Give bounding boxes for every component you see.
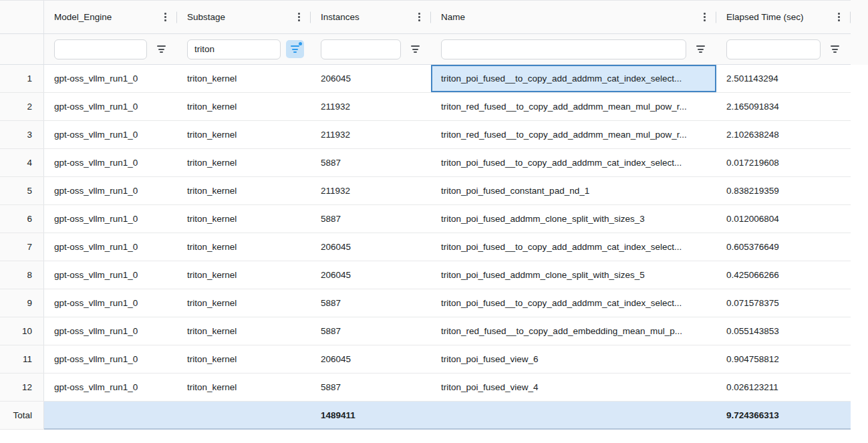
filter-cell-elapsed-time — [716, 34, 851, 64]
cell-instances[interactable]: 211932 — [311, 121, 431, 148]
cell-elapsed[interactable]: 0.017219608 — [716, 149, 851, 176]
column-header-elapsed-time[interactable]: Elapsed Time (sec) — [716, 1, 851, 33]
cell-substage[interactable]: triton_kernel — [177, 177, 311, 204]
filter-input-model-engine[interactable] — [54, 39, 147, 59]
cell-instances[interactable]: 211932 — [311, 93, 431, 120]
filter-input-name[interactable] — [441, 39, 686, 59]
column-header-model-engine[interactable]: Model_Engine — [44, 1, 177, 33]
cell-model-engine[interactable]: gpt-oss_vllm_run1_0 — [44, 233, 177, 261]
cell-name[interactable]: triton_poi_fused__to_copy_add_addmm_cat_… — [431, 65, 716, 92]
cell-elapsed[interactable]: 0.425066266 — [716, 261, 851, 289]
cell-substage[interactable]: triton_kernel — [177, 289, 311, 317]
cell-name[interactable]: triton_poi_fused__to_copy_add_addmm_cat_… — [431, 149, 716, 176]
cell-substage[interactable]: triton_kernel — [177, 345, 311, 373]
filter-cell-instances — [311, 34, 431, 64]
cell-name[interactable]: triton_red_fused__to_copy_add_addmm_mean… — [431, 93, 716, 120]
filter-button[interactable] — [406, 40, 424, 58]
cell-elapsed[interactable]: 0.055143853 — [716, 317, 851, 345]
total-name — [431, 402, 716, 428]
cell-substage[interactable]: triton_kernel — [177, 261, 311, 289]
row-number: 6 — [0, 205, 44, 233]
total-elapsed: 9.724366313 — [716, 402, 851, 428]
column-header-name[interactable]: Name — [431, 1, 716, 33]
cell-name[interactable]: triton_poi_fused_addmm_clone_split_with_… — [431, 205, 716, 233]
cell-model-engine[interactable]: gpt-oss_vllm_run1_0 — [44, 205, 177, 233]
cell-name[interactable]: triton_red_fused__to_copy_add_addmm_mean… — [431, 121, 716, 148]
cell-model-engine[interactable]: gpt-oss_vllm_run1_0 — [44, 374, 177, 401]
column-header-label: Name — [441, 12, 700, 22]
cell-substage[interactable]: triton_kernel — [177, 205, 311, 233]
table-row: 2 gpt-oss_vllm_run1_0 triton_kernel 2119… — [0, 93, 851, 121]
column-header-label: Substage — [187, 12, 294, 22]
row-number: 1 — [0, 65, 44, 92]
column-menu-icon[interactable] — [294, 9, 304, 25]
cell-instances[interactable]: 5887 — [311, 317, 431, 345]
cell-substage[interactable]: triton_kernel — [177, 121, 311, 148]
cell-name[interactable]: triton_poi_fused__to_copy_add_addmm_cat_… — [431, 289, 716, 317]
column-header-substage[interactable]: Substage — [177, 1, 311, 33]
cell-name[interactable]: triton_poi_fused_view_6 — [431, 345, 716, 373]
column-menu-icon[interactable] — [414, 9, 424, 25]
cell-instances[interactable]: 211932 — [311, 177, 431, 204]
cell-instances[interactable]: 206045 — [311, 233, 431, 261]
cell-elapsed[interactable]: 2.165091834 — [716, 93, 851, 120]
column-menu-icon[interactable] — [834, 9, 844, 25]
filter-button[interactable] — [692, 40, 710, 58]
cell-name[interactable]: triton_poi_fused_view_4 — [431, 374, 716, 401]
filter-button[interactable] — [152, 40, 170, 58]
cell-name[interactable]: triton_red_fused__to_copy_add_embedding_… — [431, 317, 716, 345]
cell-instances[interactable]: 5887 — [311, 289, 431, 317]
row-number: 12 — [0, 374, 44, 401]
filter-cell-substage — [177, 34, 311, 64]
cell-model-engine[interactable]: gpt-oss_vllm_run1_0 — [44, 261, 177, 289]
column-separator — [850, 11, 851, 23]
cell-elapsed[interactable]: 0.904758812 — [716, 345, 851, 373]
cell-substage[interactable]: triton_kernel — [177, 65, 311, 92]
column-header-instances[interactable]: Instances — [311, 1, 431, 33]
filter-input-elapsed-time[interactable] — [726, 39, 821, 59]
cell-substage[interactable]: triton_kernel — [177, 93, 311, 120]
cell-model-engine[interactable]: gpt-oss_vllm_run1_0 — [44, 121, 177, 148]
cell-instances[interactable]: 206045 — [311, 65, 431, 92]
filter-button[interactable] — [826, 40, 844, 58]
cell-elapsed[interactable]: 0.026123211 — [716, 374, 851, 401]
cell-model-engine[interactable]: gpt-oss_vllm_run1_0 — [44, 149, 177, 176]
cell-substage[interactable]: triton_kernel — [177, 317, 311, 345]
cell-elapsed[interactable]: 0.838219359 — [716, 177, 851, 204]
cell-elapsed[interactable]: 2.102638248 — [716, 121, 851, 148]
cell-instances[interactable]: 206045 — [311, 345, 431, 373]
cell-instances[interactable]: 206045 — [311, 261, 431, 289]
cell-model-engine[interactable]: gpt-oss_vllm_run1_0 — [44, 345, 177, 373]
filter-input-substage[interactable] — [187, 39, 281, 59]
cell-instances[interactable]: 5887 — [311, 149, 431, 176]
cell-substage[interactable]: triton_kernel — [177, 149, 311, 176]
cell-instances[interactable]: 5887 — [311, 374, 431, 401]
filter-cell-name — [431, 34, 716, 64]
table-row: 4 gpt-oss_vllm_run1_0 triton_kernel 5887… — [0, 149, 851, 177]
cell-name[interactable]: triton_poi_fused_constant_pad_nd_1 — [431, 177, 716, 204]
filter-row — [0, 34, 851, 65]
cell-model-engine[interactable]: gpt-oss_vllm_run1_0 — [44, 93, 177, 120]
total-substage — [177, 402, 311, 428]
total-label: Total — [0, 402, 44, 430]
column-menu-icon[interactable] — [160, 9, 170, 25]
column-menu-icon[interactable] — [700, 9, 710, 25]
cell-name[interactable]: triton_poi_fused_addmm_clone_split_with_… — [431, 261, 716, 289]
cell-substage[interactable]: triton_kernel — [177, 374, 311, 401]
cell-model-engine[interactable]: gpt-oss_vllm_run1_0 — [44, 177, 177, 204]
cell-elapsed[interactable]: 0.012006804 — [716, 205, 851, 233]
filter-button[interactable] — [286, 40, 304, 58]
cell-model-engine[interactable]: gpt-oss_vllm_run1_0 — [44, 289, 177, 317]
cell-instances[interactable]: 5887 — [311, 205, 431, 233]
cell-elapsed[interactable]: 2.501143294 — [716, 65, 851, 92]
filter-gutter — [0, 34, 44, 64]
cell-elapsed[interactable]: 0.605376649 — [716, 233, 851, 261]
filter-input-instances[interactable] — [321, 39, 401, 59]
cell-substage[interactable]: triton_kernel — [177, 233, 311, 261]
cell-elapsed[interactable]: 0.071578375 — [716, 289, 851, 317]
column-header-label: Instances — [321, 12, 414, 22]
cell-model-engine[interactable]: gpt-oss_vllm_run1_0 — [44, 65, 177, 92]
cell-name[interactable]: triton_poi_fused__to_copy_add_addmm_cat_… — [431, 233, 716, 261]
row-number: 10 — [0, 317, 44, 345]
cell-model-engine[interactable]: gpt-oss_vllm_run1_0 — [44, 317, 177, 345]
